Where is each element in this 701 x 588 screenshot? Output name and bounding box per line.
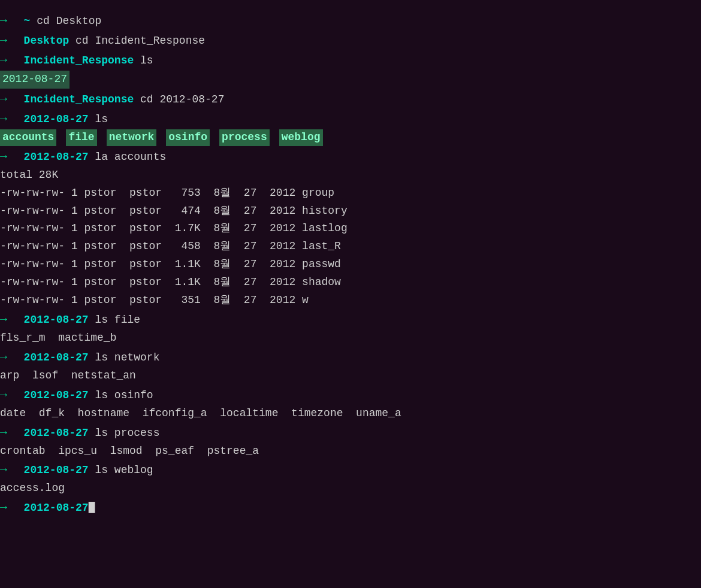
- dir-osinfo: osinfo: [166, 129, 210, 146]
- prompt-cmd-5: ls: [89, 111, 108, 128]
- network-contents: arp lsof netstat_an: [0, 367, 701, 385]
- prompt-dir-4: Incident_Response: [11, 92, 134, 108]
- prompt-dir-12: 2012-08-27: [11, 500, 89, 517]
- prompt-cmd-12[interactable]: █: [89, 500, 95, 517]
- osinfo-contents: date df_k hostname ifconfig_a localtime …: [0, 405, 701, 423]
- prompt-dir-8: 2012-08-27: [11, 350, 89, 366]
- file-row-shadow: -rw-rw-rw- 1 pstor pstor 1.1K 8월 27 2012…: [0, 274, 701, 292]
- prompt-cmd-6: la accounts: [89, 149, 167, 166]
- terminal-line-6: → 2012-08-27 la accounts: [0, 147, 701, 166]
- file-shadow-text: -rw-rw-rw- 1 pstor pstor 1.1K 8월 27 2012…: [0, 274, 341, 291]
- file-group-text: -rw-rw-rw- 1 pstor pstor 753 8월 27 2012 …: [0, 185, 334, 202]
- prompt-cmd-10: ls process: [89, 425, 160, 442]
- ls-output-date: 2012-08-27: [0, 70, 701, 89]
- dir-file: file: [66, 129, 96, 146]
- terminal-line-5: → 2012-08-27 ls: [0, 109, 701, 129]
- file-contents-text: fls_r_m mactime_b: [0, 330, 116, 347]
- network-contents-text: arp lsof netstat_an: [0, 368, 136, 384]
- file-passwd-text: -rw-rw-rw- 1 pstor pstor 1.1K 8월 27 2012…: [0, 256, 341, 273]
- arrow-icon-6: →: [0, 147, 7, 166]
- terminal-line-1: → ~ cd Desktop: [0, 11, 701, 31]
- file-row-passwd: -rw-rw-rw- 1 pstor pstor 1.1K 8월 27 2012…: [0, 256, 701, 274]
- weblog-contents-text: access.log: [0, 480, 65, 497]
- dir-accounts: accounts: [0, 129, 56, 146]
- prompt-cmd-8: ls network: [89, 350, 160, 366]
- arrow-icon-5: →: [0, 110, 7, 128]
- file-contents: fls_r_m mactime_b: [0, 329, 701, 347]
- arrow-icon-10: →: [0, 423, 7, 442]
- terminal-line-10: → 2012-08-27 ls process: [0, 423, 701, 442]
- arrow-icon-1: →: [0, 11, 7, 30]
- terminal-line-2: → Desktop cd Incident_Response: [0, 31, 701, 50]
- ls-dirs-line: accounts file network osinfo process web…: [0, 129, 701, 147]
- terminal-line-9: → 2012-08-27 ls osinfo: [0, 385, 701, 405]
- arrow-icon-8: →: [0, 348, 7, 366]
- file-w-text: -rw-rw-rw- 1 pstor pstor 351 8월 27 2012 …: [0, 292, 309, 309]
- prompt-dir-7: 2012-08-27: [11, 312, 89, 329]
- file-row-lastlog: -rw-rw-rw- 1 pstor pstor 1.7K 8월 27 2012…: [0, 220, 701, 238]
- prompt-cmd-9: ls osinfo: [89, 387, 153, 404]
- prompt-cmd-11: ls weblog: [89, 462, 153, 479]
- terminal-window: → ~ cd Desktop → Desktop cd Incident_Res…: [0, 6, 701, 522]
- prompt-cmd-7: ls file: [89, 312, 140, 329]
- arrow-icon-12: →: [0, 498, 7, 517]
- prompt-cmd-1: cd Desktop: [30, 13, 101, 30]
- terminal-line-12: → 2012-08-27 █: [0, 498, 701, 517]
- osinfo-contents-text: date df_k hostname ifconfig_a localtime …: [0, 405, 401, 422]
- process-contents-text: crontab ipcs_u lsmod ps_eaf pstree_a: [0, 443, 259, 460]
- dir-date: 2012-08-27: [0, 71, 70, 89]
- prompt-dir-6: 2012-08-27: [11, 149, 89, 166]
- arrow-icon-3: →: [0, 51, 7, 69]
- file-history-text: -rw-rw-rw- 1 pstor pstor 474 8월 27 2012 …: [0, 203, 348, 220]
- prompt-dir-2: Desktop: [11, 33, 69, 50]
- prompt-cmd-3: ls: [134, 53, 153, 69]
- file-row-last-r: -rw-rw-rw- 1 pstor pstor 458 8월 27 2012 …: [0, 238, 701, 256]
- file-last-r-text: -rw-rw-rw- 1 pstor pstor 458 8월 27 2012 …: [0, 238, 341, 255]
- file-row-group: -rw-rw-rw- 1 pstor pstor 753 8월 27 2012 …: [0, 184, 701, 202]
- prompt-dir-5: 2012-08-27: [11, 111, 89, 128]
- weblog-contents: access.log: [0, 480, 701, 498]
- dir-process: process: [219, 129, 270, 146]
- arrow-icon-7: →: [0, 310, 7, 329]
- terminal-line-8: → 2012-08-27 ls network: [0, 347, 701, 367]
- total-line: total 28K: [0, 166, 701, 184]
- dir-weblog: weblog: [279, 129, 323, 146]
- total-text: total 28K: [0, 167, 58, 184]
- arrow-icon-11: →: [0, 460, 7, 479]
- prompt-cmd-4: cd 2012-08-27: [134, 92, 224, 108]
- prompt-dir-11: 2012-08-27: [11, 462, 89, 479]
- prompt-dir-3: Incident_Response: [11, 53, 134, 69]
- arrow-icon-4: →: [0, 90, 7, 108]
- file-row-history: -rw-rw-rw- 1 pstor pstor 474 8월 27 2012 …: [0, 202, 701, 220]
- process-contents: crontab ipcs_u lsmod ps_eaf pstree_a: [0, 442, 701, 460]
- terminal-line-11: → 2012-08-27 ls weblog: [0, 460, 701, 480]
- file-row-w: -rw-rw-rw- 1 pstor pstor 351 8월 27 2012 …: [0, 292, 701, 310]
- file-lastlog-text: -rw-rw-rw- 1 pstor pstor 1.7K 8월 27 2012…: [0, 220, 348, 237]
- prompt-dir-9: 2012-08-27: [11, 387, 89, 404]
- prompt-dir-1: ~: [11, 13, 30, 30]
- prompt-cmd-2: cd Incident_Response: [69, 33, 205, 50]
- arrow-icon-9: →: [0, 386, 7, 404]
- prompt-dir-10: 2012-08-27: [11, 425, 89, 442]
- terminal-line-4: → Incident_Response cd 2012-08-27: [0, 89, 701, 109]
- terminal-line-3: → Incident_Response ls: [0, 50, 701, 70]
- terminal-line-7: → 2012-08-27 ls file: [0, 310, 701, 329]
- dir-network: network: [107, 129, 157, 146]
- arrow-icon-2: →: [0, 31, 7, 50]
